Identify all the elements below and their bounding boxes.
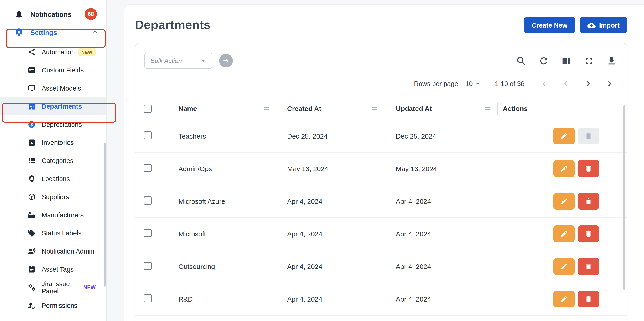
pagination-range: 1-10 of 36 [495,80,524,88]
sidebar-item-custom-fields[interactable]: Custom Fields [0,61,106,79]
refresh-icon [538,56,549,66]
search-button[interactable] [516,56,526,66]
column-label: Actions [503,104,528,112]
app-window: Notifications 68 Settings Automation NEW… [0,0,644,321]
delete-button[interactable] [578,128,599,144]
sidebar-item-manufacturers[interactable]: Manufacturers [0,206,106,224]
edit-button[interactable] [554,258,575,275]
table-row: Management Apr 4, 2024 Apr 4, 2024 [136,316,627,321]
delete-button[interactable] [578,160,599,177]
gear-icon [14,28,24,37]
row-checkbox[interactable] [144,262,152,270]
sidebar-item-notification-admin[interactable]: Notification Admin [0,242,106,260]
edit-button[interactable] [554,160,575,177]
column-label: Name [178,104,197,112]
sidebar-scrollbar[interactable] [104,142,106,286]
sidebar-item-depreciations[interactable]: $ Depreciations [0,116,106,134]
sidebar-item-locations[interactable]: Locations [0,170,106,188]
row-checkbox[interactable] [144,196,152,205]
cell-updated-at: Apr 4, 2024 [384,295,498,303]
clipboard-icon [28,265,36,274]
gears-icon [28,284,36,292]
create-new-label: Create New [532,22,568,29]
rows-per-page-label: Rows per page [414,80,458,88]
table-row: R&D Apr 4, 2024 Apr 4, 2024 [136,283,627,316]
import-button[interactable]: Import [580,17,627,33]
bulk-action-select[interactable]: Bulk Action [144,52,212,69]
select-all-checkbox[interactable] [144,104,152,112]
cell-name: Teachers [164,132,276,140]
column-menu-icon[interactable] [484,104,492,112]
building-icon [28,102,36,110]
delete-button[interactable] [578,291,599,308]
page-title: Departments [135,18,211,32]
monitor-icon [28,84,36,92]
sidebar-item-suppliers[interactable]: Suppliers [0,188,106,206]
sidebar-item-label: Suppliers [42,193,69,200]
refresh-button[interactable] [538,56,549,66]
sidebar-item-status-labels[interactable]: Status Labels [0,224,106,242]
arrow-right-icon [222,57,230,64]
settings-submenu: Automation NEW Custom Fields Asset Model… [0,43,106,315]
columns-button[interactable] [561,56,572,66]
column-menu-icon[interactable] [263,104,270,112]
rows-per-page-select[interactable]: 10 [465,80,481,88]
cell-actions [498,316,627,321]
edit-button[interactable] [554,128,575,144]
sidebar-item-inventories[interactable]: Inventories [0,134,106,152]
sidebar-item-departments[interactable]: Departments [0,97,106,116]
row-checkbox[interactable] [144,131,152,140]
delete-button[interactable] [578,258,599,275]
column-header-updated-at[interactable]: Updated At [384,97,498,120]
cell-updated-at: May 13, 2024 [384,165,498,172]
cell-updated-at: Apr 4, 2024 [384,198,498,205]
cell-actions [498,218,627,250]
cell-created-at: Apr 4, 2024 [276,295,384,303]
sidebar-item-label: Notification Admin [42,248,94,255]
sidebar-item-permissions[interactable]: Permissions [0,296,106,315]
first-page-button[interactable] [538,79,548,89]
person-sound-icon [28,247,36,255]
sidebar-item-settings[interactable]: Settings [0,23,106,41]
trash-icon [585,165,592,172]
sidebar-item-notifications[interactable]: Notifications 68 [0,5,106,23]
cell-created-at: Apr 4, 2024 [276,230,384,238]
edit-button[interactable] [554,226,575,242]
cell-created-at: Apr 4, 2024 [276,198,384,205]
column-menu-icon[interactable] [370,104,378,112]
row-checkbox[interactable] [144,294,152,302]
edit-button[interactable] [554,291,575,308]
cell-created-at: May 13, 2024 [276,165,384,172]
sidebar-item-asset-models[interactable]: Asset Models [0,79,106,97]
bulk-action-placeholder: Bulk Action [150,57,199,64]
cell-updated-at: Dec 25, 2024 [384,132,498,140]
prev-page-button[interactable] [561,79,571,89]
sidebar-item-jira-issue-panel[interactable]: Jira Issue Panel NEW [0,278,106,296]
bulk-action-apply-button[interactable] [219,54,233,68]
table-scrollbar[interactable] [623,106,626,290]
chevron-down-icon [199,56,208,65]
sidebar-item-label: Categories [42,157,73,164]
column-header-name[interactable]: Name [164,97,276,120]
chevron-left-icon [561,79,571,89]
sidebar-item-asset-tags[interactable]: Asset Tags [0,260,106,278]
download-icon [606,56,617,66]
delete-button[interactable] [578,193,599,210]
row-checkbox[interactable] [144,229,152,237]
sidebar-item-automation[interactable]: Automation NEW [0,43,106,61]
row-checkbox[interactable] [144,164,152,172]
cell-actions [498,250,627,282]
table-row: Admin/Ops May 13, 2024 May 13, 2024 [136,152,627,185]
delete-button[interactable] [578,226,599,242]
last-page-button[interactable] [606,79,616,89]
import-label: Import [599,22,620,29]
sidebar-item-label: Depreciations [42,121,82,128]
create-new-button[interactable]: Create New [524,17,575,33]
sidebar-item-categories[interactable]: Categories [0,152,106,170]
column-header-created-at[interactable]: Created At [276,97,384,120]
edit-button[interactable] [554,193,575,210]
fullscreen-button[interactable] [584,56,594,66]
next-page-button[interactable] [583,79,593,89]
cell-actions [498,185,627,217]
download-button[interactable] [606,56,617,66]
